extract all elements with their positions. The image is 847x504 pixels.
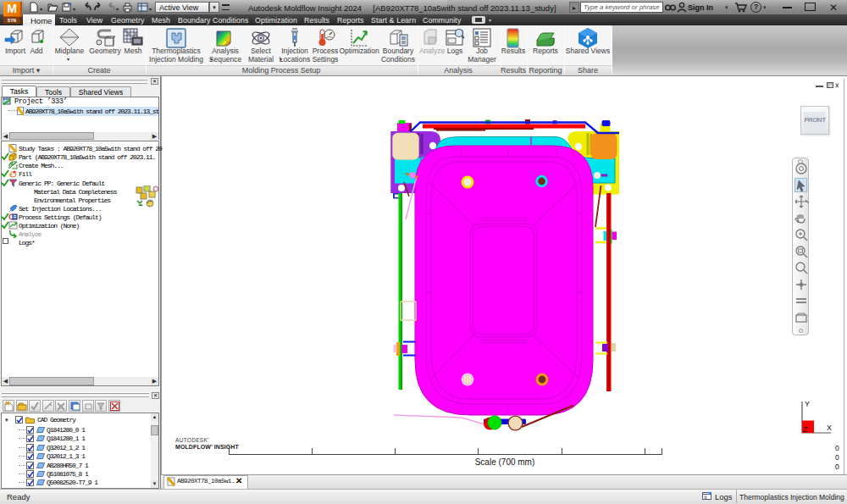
svg-text:0: 0 <box>835 453 839 462</box>
svg-text:0: 0 <box>835 462 839 470</box>
svg-text:X: X <box>827 424 832 432</box>
svg-text:0: 0 <box>835 444 839 452</box>
svg-text:Y: Y <box>805 400 810 408</box>
svg-text:Z: Z <box>803 425 808 434</box>
